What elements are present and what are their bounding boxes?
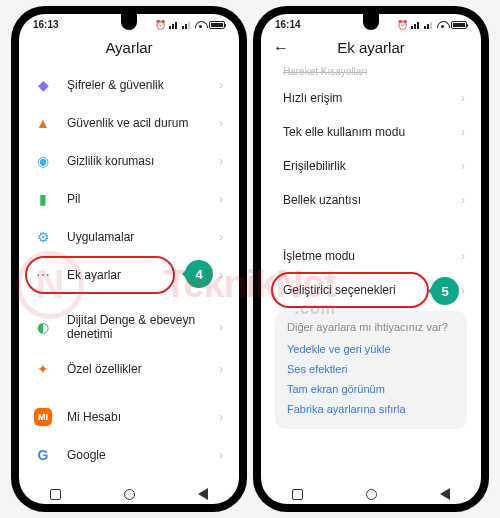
battery-icon <box>209 21 225 29</box>
row-accounts-sync[interactable]: ↻ Hesaplar & senkronizasyon › <box>23 474 235 480</box>
battery-icon <box>451 21 467 29</box>
row-label: Hızlı erişim <box>283 91 461 105</box>
row-passwords-security[interactable]: ◆ Şifreler & güvenlik › <box>23 66 235 104</box>
row-label: İşletme modu <box>283 249 461 263</box>
signal-icon-2 <box>424 21 434 29</box>
status-time: 16:13 <box>33 19 59 30</box>
row-mi-account[interactable]: MI Mi Hesabı › <box>23 398 235 436</box>
row-privacy[interactable]: ◉ Gizlilik koruması › <box>23 142 235 180</box>
phone-frame-left: 16:13 ⏰ Ayarlar ◆ Şifreler & güvenlik › … <box>11 6 247 512</box>
row-one-handed[interactable]: Tek elle kullanım modu › <box>265 115 477 149</box>
signal-icon <box>169 21 179 29</box>
triangle-icon: ▲ <box>33 113 53 133</box>
mi-logo-icon: MI <box>33 407 53 427</box>
row-label: Gizlilik koruması <box>67 154 219 168</box>
chevron-right-icon: › <box>219 362 223 376</box>
page-header: ← Ek ayarlar <box>261 31 481 66</box>
balance-icon: ◐ <box>33 317 53 337</box>
apps-icon: ⚙ <box>33 227 53 247</box>
row-label: Erişilebilirlik <box>283 159 461 173</box>
chevron-right-icon: › <box>219 268 223 282</box>
nav-recents-icon[interactable] <box>292 489 303 500</box>
star-icon: ✦ <box>33 359 53 379</box>
step-badge-5: 5 <box>431 277 459 305</box>
additional-settings-list[interactable]: Hareket Kısayolları Hızlı erişim › Tek e… <box>261 66 481 480</box>
row-label: Google <box>67 448 219 462</box>
link-backup-restore[interactable]: Yedekle ve geri yükle <box>287 339 455 359</box>
chevron-right-icon: › <box>219 154 223 168</box>
wifi-icon <box>437 21 448 29</box>
android-navbar <box>261 480 481 504</box>
signal-icon-2 <box>182 21 192 29</box>
row-memory-extension[interactable]: Bellek uzantısı › <box>265 183 477 217</box>
link-factory-reset[interactable]: Fabrika ayarlarına sıfırla <box>287 399 455 419</box>
wifi-icon <box>195 21 206 29</box>
status-right: ⏰ <box>397 20 467 30</box>
chevron-right-icon: › <box>461 91 465 105</box>
row-label: Uygulamalar <box>67 230 219 244</box>
row-label: Tek elle kullanım modu <box>283 125 461 139</box>
android-navbar <box>19 480 239 504</box>
notch <box>121 14 137 30</box>
row-label: Güvenlik ve acil durum <box>67 116 219 130</box>
shield-icon: ◆ <box>33 75 53 95</box>
separator <box>23 294 235 304</box>
dots-icon: ⋯ <box>33 265 53 285</box>
row-cut-off[interactable]: Hareket Kısayolları <box>265 66 477 81</box>
row-quick-access[interactable]: Hızlı erişim › <box>265 81 477 115</box>
google-icon: G <box>33 445 53 465</box>
chevron-right-icon: › <box>219 192 223 206</box>
nav-recents-icon[interactable] <box>50 489 61 500</box>
eye-icon: ◉ <box>33 151 53 171</box>
screen-left: 16:13 ⏰ Ayarlar ◆ Şifreler & güvenlik › … <box>19 14 239 504</box>
page-title: Ek ayarlar <box>261 39 481 56</box>
row-accessibility[interactable]: Erişilebilirlik › <box>265 149 477 183</box>
page-header: Ayarlar <box>19 31 239 66</box>
chevron-right-icon: › <box>219 230 223 244</box>
back-button[interactable]: ← <box>273 39 289 57</box>
row-label: Dijital Denge & ebeveyn denetimi <box>67 313 219 341</box>
page-title: Ayarlar <box>19 39 239 56</box>
chevron-right-icon: › <box>461 125 465 139</box>
row-google[interactable]: G Google › <box>23 436 235 474</box>
row-digital-balance[interactable]: ◐ Dijital Denge & ebeveyn denetimi › <box>23 304 235 350</box>
chevron-right-icon: › <box>461 193 465 207</box>
battery-icon: ▮ <box>33 189 53 209</box>
row-label: Özel özellikler <box>67 362 219 376</box>
row-special-features[interactable]: ✦ Özel özellikler › <box>23 350 235 388</box>
nav-back-icon[interactable] <box>198 488 208 500</box>
row-safety-emergency[interactable]: ▲ Güvenlik ve acil durum › <box>23 104 235 142</box>
link-sound-effects[interactable]: Ses efektleri <box>287 359 455 379</box>
row-additional-settings[interactable]: ⋯ Ek ayarlar › 4 <box>23 256 235 294</box>
chevron-right-icon: › <box>461 159 465 173</box>
alarm-icon: ⏰ <box>397 20 408 30</box>
alarm-icon: ⏰ <box>155 20 166 30</box>
more-settings-card: Diğer ayarlara mı ihtiyacınız var? Yedek… <box>275 311 467 429</box>
separator <box>23 388 235 398</box>
card-question: Diğer ayarlara mı ihtiyacınız var? <box>287 321 455 333</box>
screen-right: 16:14 ⏰ ← Ek ayarlar Hareket Kısayolları… <box>261 14 481 504</box>
row-battery[interactable]: ▮ Pil › <box>23 180 235 218</box>
nav-back-icon[interactable] <box>440 488 450 500</box>
nav-home-icon[interactable] <box>124 489 135 500</box>
chevron-right-icon: › <box>219 410 223 424</box>
notch <box>363 14 379 30</box>
signal-icon <box>411 21 421 29</box>
phone-frame-right: 16:14 ⏰ ← Ek ayarlar Hareket Kısayolları… <box>253 6 489 512</box>
chevron-right-icon: › <box>219 78 223 92</box>
chevron-right-icon: › <box>219 320 223 334</box>
chevron-right-icon: › <box>219 116 223 130</box>
step-badge-4: 4 <box>185 260 213 288</box>
chevron-right-icon: › <box>461 249 465 263</box>
row-apps[interactable]: ⚙ Uygulamalar › <box>23 218 235 256</box>
row-business-mode[interactable]: İşletme modu › <box>265 239 477 273</box>
row-label: Pil <box>67 192 219 206</box>
settings-list[interactable]: ◆ Şifreler & güvenlik › ▲ Güvenlik ve ac… <box>19 66 239 480</box>
separator <box>265 217 477 239</box>
chevron-right-icon: › <box>461 283 465 297</box>
row-developer-options[interactable]: Geliştirici seçenekleri › 5 <box>265 273 477 307</box>
row-label: Mi Hesabı <box>67 410 219 424</box>
nav-home-icon[interactable] <box>366 489 377 500</box>
link-fullscreen[interactable]: Tam ekran görünüm <box>287 379 455 399</box>
chevron-right-icon: › <box>219 448 223 462</box>
